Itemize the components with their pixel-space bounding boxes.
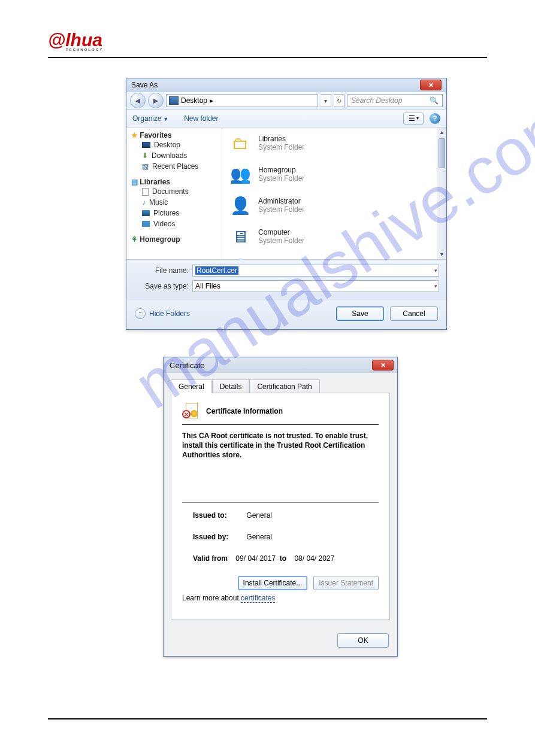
tab-details[interactable]: Details xyxy=(212,379,250,393)
navigation-pane: ★ Favorites Desktop ⬇Downloads ▧Recent P… xyxy=(126,127,222,259)
vertical-scrollbar[interactable]: ▲ ▼ xyxy=(437,127,446,259)
favorites-group[interactable]: ★ Favorites xyxy=(131,131,219,139)
brand-logo: @lhua TECHNOLOGY xyxy=(48,30,103,51)
help-icon[interactable]: ? xyxy=(430,113,440,124)
list-item[interactable]: 🖥 ComputerSystem Folder xyxy=(222,221,446,252)
cert-info-heading: Certificate Information xyxy=(206,407,283,415)
issued-to-label: Issued to: xyxy=(193,511,244,520)
list-item[interactable]: 👥 HomegroupSystem Folder xyxy=(222,159,446,190)
divider xyxy=(182,502,379,503)
nav-item-desktop[interactable]: Desktop xyxy=(131,139,219,150)
refresh-button[interactable]: ↻ xyxy=(334,94,344,107)
page-rule-top xyxy=(48,57,487,58)
close-button[interactable]: ✕ xyxy=(420,80,442,90)
homegroup-group[interactable]: ⚘ Homegroup xyxy=(131,235,219,244)
collapse-icon: ⌃ xyxy=(135,308,146,319)
dialog-title: Certificate xyxy=(170,361,205,370)
issuer-statement-button: Issuer Statement xyxy=(313,576,379,590)
search-icon: 🔍 xyxy=(430,96,439,105)
filename-label: File name: xyxy=(126,266,192,275)
nav-item-videos[interactable]: Videos xyxy=(131,218,219,229)
search-input[interactable]: Search Desktop 🔍 xyxy=(347,94,443,107)
new-folder-button[interactable]: New folder xyxy=(184,114,218,123)
libraries-icon: 🗀 xyxy=(228,132,252,154)
network-icon: 🌐 xyxy=(228,257,252,259)
install-certificate-button[interactable]: Install Certificate... xyxy=(238,576,308,590)
desktop-icon xyxy=(169,96,179,105)
nav-item-downloads[interactable]: ⬇Downloads xyxy=(131,150,219,161)
saveastype-value: All Files xyxy=(195,282,220,290)
list-item[interactable]: 👤 AdministratorSystem Folder xyxy=(222,190,446,221)
scroll-down-icon[interactable]: ▼ xyxy=(437,250,446,259)
saveastype-label: Save as type: xyxy=(126,282,192,290)
filename-value: RootCert.cer xyxy=(195,266,238,275)
libraries-group[interactable]: ▤ Libraries xyxy=(131,178,219,186)
button-row: ⌃ Hide Folders Save Cancel xyxy=(126,300,446,329)
save-as-dialog: Save As ✕ ◄ ► Desktop ▸ ▾ ↻ Search Deskt… xyxy=(126,78,447,330)
homegroup-icon: 👥 xyxy=(228,163,252,185)
issued-by-row: Issued by: General xyxy=(193,533,379,541)
save-button[interactable]: Save xyxy=(336,306,384,321)
hide-folders-toggle[interactable]: ⌃ Hide Folders xyxy=(135,308,190,319)
nav-item-recent[interactable]: ▧Recent Places xyxy=(131,161,219,172)
nav-item-documents[interactable]: Documents xyxy=(131,186,219,197)
nav-item-pictures[interactable]: Pictures xyxy=(131,208,219,218)
list-item[interactable]: 🌐 Network xyxy=(222,252,446,259)
list-item[interactable]: 🗀 LibrariesSystem Folder xyxy=(222,127,446,159)
valid-from-value: 09/ 04/ 2017 xyxy=(235,554,276,563)
valid-row: Valid from 09/ 04/ 2017 to 08/ 04/ 2027 xyxy=(193,554,379,563)
chevron-down-icon[interactable]: ▾ xyxy=(434,283,437,289)
divider xyxy=(182,424,379,425)
ok-button[interactable]: OK xyxy=(337,633,389,648)
dialog-titlebar[interactable]: Save As ✕ xyxy=(126,78,446,92)
scroll-thumb[interactable] xyxy=(439,138,445,168)
organize-menu[interactable]: Organize xyxy=(132,114,168,123)
nav-item-music[interactable]: ♪Music xyxy=(131,197,219,208)
address-arrow: ▸ xyxy=(210,96,213,105)
valid-from-label: Valid from xyxy=(193,554,228,563)
view-button[interactable]: ☰▾ xyxy=(403,113,424,125)
file-fields: File name: RootCert.cer ▾ Save as type: … xyxy=(126,259,446,300)
forward-button[interactable]: ► xyxy=(148,93,164,108)
computer-icon: 🖥 xyxy=(228,226,252,247)
saveastype-select[interactable]: All Files ▾ xyxy=(192,280,439,292)
learn-more: Learn more about certificates xyxy=(182,594,379,602)
back-button[interactable]: ◄ xyxy=(130,93,146,108)
search-placeholder: Search Desktop xyxy=(351,96,402,105)
user-icon: 👤 xyxy=(228,195,252,216)
nav-row: ◄ ► Desktop ▸ ▾ ↻ Search Desktop 🔍 xyxy=(126,92,446,110)
cancel-button[interactable]: Cancel xyxy=(390,306,438,321)
address-dropdown[interactable]: ▾ xyxy=(321,94,331,107)
item-list: 🗀 LibrariesSystem Folder 👥 HomegroupSyst… xyxy=(222,127,446,259)
valid-to-label: to xyxy=(280,554,286,563)
issued-to-value: General xyxy=(246,511,272,520)
certificate-warning-icon: ✕ xyxy=(182,403,200,420)
filename-input[interactable]: RootCert.cer ▾ xyxy=(192,265,439,277)
issued-to-row: Issued to: General xyxy=(193,511,379,520)
issued-by-label: Issued by: xyxy=(193,533,244,541)
chevron-down-icon[interactable]: ▾ xyxy=(434,268,437,274)
page-rule-bottom xyxy=(48,718,487,719)
close-button[interactable]: ✕ xyxy=(372,360,394,371)
scroll-up-icon[interactable]: ▲ xyxy=(437,127,446,137)
tab-general[interactable]: General xyxy=(171,379,212,393)
toolbar: Organize New folder ☰▾ ? xyxy=(126,110,446,127)
dialog-title: Save As xyxy=(131,81,158,89)
tab-strip: General Details Certification Path xyxy=(164,373,397,393)
address-bar[interactable]: Desktop ▸ xyxy=(166,94,318,107)
certificate-dialog: Certificate ✕ General Details Certificat… xyxy=(163,357,398,657)
valid-to-value: 08/ 04/ 2027 xyxy=(294,554,334,563)
address-location: Desktop xyxy=(181,96,207,105)
tab-certification-path[interactable]: Certification Path xyxy=(249,379,319,393)
dialog-titlebar[interactable]: Certificate ✕ xyxy=(164,357,397,373)
certificates-link[interactable]: certificates xyxy=(241,594,275,603)
tab-page-general: ✕ Certificate Information This CA Root c… xyxy=(171,393,390,620)
trust-message: This CA Root certificate is not trusted.… xyxy=(182,431,379,460)
issued-by-value: General xyxy=(246,533,272,541)
